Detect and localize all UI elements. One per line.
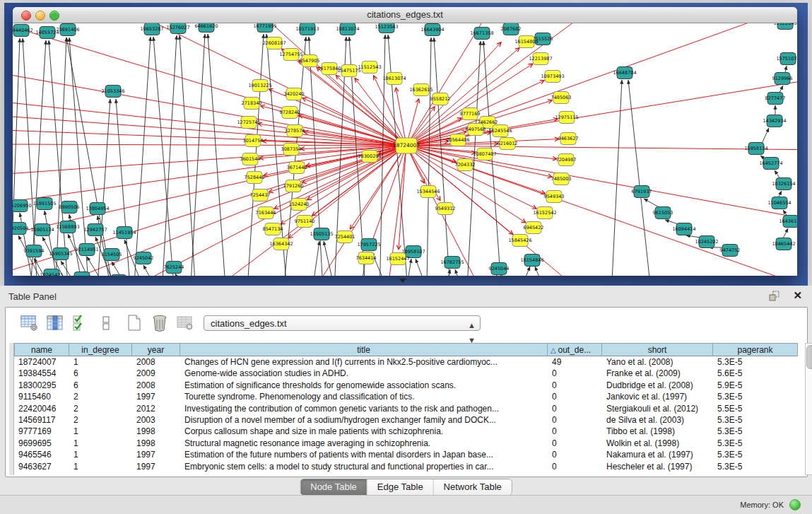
svg-text:9391594: 9391594 bbox=[24, 248, 45, 254]
cell-title: Genome-wide association studies in ADHD. bbox=[180, 368, 548, 379]
cell-title: Investigating the contribution of common… bbox=[180, 403, 548, 414]
select-column-icon[interactable] bbox=[45, 313, 65, 333]
application-window: citations_edges.txt 19440462140557242369… bbox=[0, 0, 812, 514]
node-attribute-table[interactable]: namein_degreeyeartitle△ out_de...shortpa… bbox=[9, 343, 804, 475]
svg-text:10807487: 10807487 bbox=[473, 151, 496, 157]
table-row[interactable]: 1830029562008Estimation of significance … bbox=[14, 380, 798, 391]
cell-title: Tourette syndrome. Phenomenology and cla… bbox=[180, 391, 548, 402]
svg-text:64661620: 64661620 bbox=[194, 23, 218, 29]
svg-text:10973493: 10973493 bbox=[541, 74, 564, 79]
cell-name: 14569117 bbox=[14, 414, 69, 426]
svg-text:11451954: 11451954 bbox=[112, 230, 136, 235]
memory-ok-icon[interactable] bbox=[789, 499, 801, 510]
table-row[interactable]: 977716911998Corpus callosum shape and si… bbox=[14, 426, 798, 437]
svg-text:12754755: 12754755 bbox=[279, 52, 302, 57]
cell-year: 1998 bbox=[132, 426, 180, 437]
table-header-row[interactable]: namein_degreeyeartitle△ out_de...shortpa… bbox=[14, 343, 798, 356]
column-visibility-icon[interactable] bbox=[71, 313, 90, 333]
svg-text:7254401: 7254401 bbox=[335, 234, 355, 240]
svg-text:11122045: 11122045 bbox=[773, 23, 796, 26]
table-row[interactable]: 1938455462009Genome-wide association stu… bbox=[14, 368, 798, 379]
svg-text:15344546: 15344546 bbox=[416, 189, 440, 194]
table-row[interactable]: 1872400712008Changes of HCN gene express… bbox=[14, 356, 798, 368]
cell-title: Embryonic stem cells: a model to study s… bbox=[180, 461, 548, 472]
cell-in_degree: 2 bbox=[69, 414, 132, 426]
cell-name: 9463627 bbox=[14, 461, 69, 472]
svg-text:18724007: 18724007 bbox=[393, 142, 420, 148]
table-row[interactable]: 946362711997Embryonic stem cells: a mode… bbox=[14, 461, 798, 472]
svg-text:15958134: 15958134 bbox=[744, 146, 767, 151]
svg-text:16452774: 16452774 bbox=[759, 160, 782, 166]
row-height-icon[interactable] bbox=[96, 313, 116, 333]
table-row[interactable]: 1456911722003Disruption of a novel membe… bbox=[14, 414, 798, 426]
close-panel-icon[interactable]: ✕ bbox=[793, 289, 802, 302]
tab-edge-table[interactable]: Edge Table bbox=[367, 479, 434, 495]
cell-in_degree: 2 bbox=[69, 391, 132, 402]
svg-text:1791260: 1791260 bbox=[283, 183, 304, 189]
table-row[interactable]: 946554611997Estimation of the future num… bbox=[14, 449, 798, 460]
table-panel-content: f(x) citations_edges.txt ▲▼ namein_degre… bbox=[5, 307, 808, 477]
cell-out_degree: 0 bbox=[548, 368, 602, 379]
column-header-short[interactable]: short bbox=[602, 343, 713, 356]
svg-text:20564486: 20564486 bbox=[446, 137, 469, 143]
scrollbar-thumb[interactable] bbox=[806, 345, 812, 369]
svg-text:9474752: 9474752 bbox=[720, 247, 741, 253]
svg-text:6945422: 6945422 bbox=[524, 225, 544, 230]
svg-text:11046554: 11046554 bbox=[767, 200, 791, 206]
cell-title: Estimation of the future numbers of pati… bbox=[180, 449, 548, 460]
column-header-in-degree[interactable]: in_degree bbox=[69, 343, 132, 356]
network-window-titlebar[interactable]: citations_edges.txt bbox=[13, 7, 797, 23]
column-header-out-de-[interactable]: △ out_de... bbox=[548, 343, 602, 356]
cell-in_degree: 1 bbox=[69, 461, 132, 472]
svg-text:23691406: 23691406 bbox=[56, 27, 79, 33]
svg-text:16436122: 16436122 bbox=[779, 218, 797, 224]
svg-text:18613074: 18613074 bbox=[382, 76, 406, 81]
delete-table-icon-disabled bbox=[175, 313, 195, 333]
svg-text:9728240: 9728240 bbox=[280, 110, 300, 115]
panel-divider-grip-icon[interactable] bbox=[399, 279, 406, 283]
cell-pagerank: 5.6E-5 bbox=[713, 368, 798, 379]
graph-node[interactable] bbox=[111, 275, 126, 276]
table-body[interactable]: 1872400712008Changes of HCN gene express… bbox=[14, 356, 798, 475]
svg-text:2087682: 2087682 bbox=[501, 26, 522, 32]
cell-out_degree: 0 bbox=[548, 438, 602, 449]
cell-pagerank: 5.3E-5 bbox=[713, 356, 798, 368]
svg-text:9549312: 9549312 bbox=[435, 206, 456, 211]
network-window[interactable]: citations_edges.txt 19440462140557242369… bbox=[13, 7, 797, 276]
svg-text:15905345: 15905345 bbox=[49, 251, 72, 257]
network-graph[interactable]: 1944046214055724236914061065328715276027… bbox=[13, 23, 797, 276]
cell-title: Disruption of a novel member of a sodium… bbox=[180, 414, 548, 426]
attribute-browser-toolbar: f(x) citations_edges.txt ▲▼ bbox=[6, 308, 807, 340]
cell-year: 1997 bbox=[132, 461, 180, 472]
cell-year: 2012 bbox=[132, 403, 180, 414]
column-header-pagerank[interactable]: pagerank bbox=[713, 343, 798, 356]
delete-column-icon[interactable] bbox=[150, 313, 170, 333]
cell-year: 2008 bbox=[132, 356, 180, 368]
svg-text:1524240: 1524240 bbox=[289, 201, 310, 207]
tab-node-table[interactable]: Node Table bbox=[300, 479, 367, 495]
new-table-icon[interactable] bbox=[124, 313, 144, 333]
svg-text:13505135: 13505135 bbox=[310, 231, 333, 237]
tab-network-table[interactable]: Network Table bbox=[434, 479, 512, 495]
cell-name: 9465546 bbox=[14, 449, 69, 460]
svg-text:16152542: 16152542 bbox=[533, 210, 556, 216]
table-settings-icon[interactable] bbox=[20, 313, 40, 333]
float-window-icon[interactable] bbox=[768, 291, 781, 302]
table-row[interactable]: 2242004622012Investigating the contribut… bbox=[14, 403, 798, 414]
column-header-name[interactable]: name bbox=[14, 343, 69, 356]
svg-text:15905134: 15905134 bbox=[30, 227, 54, 233]
cell-in_degree: 6 bbox=[69, 368, 132, 379]
svg-text:7204332: 7204332 bbox=[455, 162, 476, 168]
cell-out_degree: 0 bbox=[548, 380, 602, 391]
svg-text:12725745: 12725745 bbox=[237, 119, 260, 125]
table-row[interactable]: 911546021997Tourette syndrome. Phenomeno… bbox=[14, 391, 798, 402]
column-header-title[interactable]: title bbox=[180, 343, 548, 356]
column-header-year[interactable]: year bbox=[132, 343, 180, 356]
svg-text:12213987: 12213987 bbox=[529, 56, 552, 62]
table-selector-dropdown[interactable]: citations_edges.txt ▲▼ bbox=[204, 315, 481, 331]
svg-text:16771955: 16771955 bbox=[253, 23, 276, 29]
network-canvas[interactable]: 1944046214055724236914061065328715276027… bbox=[13, 23, 797, 276]
vertical-scrollbar[interactable] bbox=[805, 343, 812, 475]
table-row[interactable]: 969969511998Structural magnetic resonanc… bbox=[14, 438, 798, 449]
network-window-title: citations_edges.txt bbox=[13, 9, 797, 20]
